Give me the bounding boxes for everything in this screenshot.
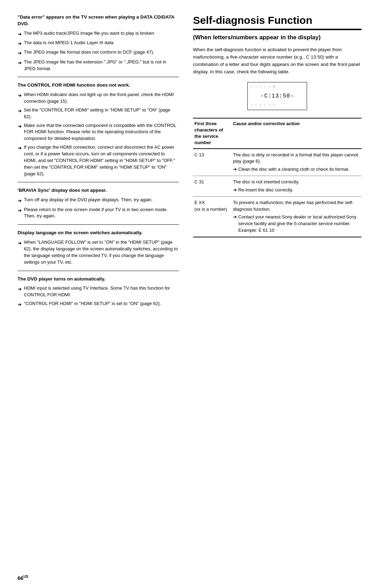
section-hdmi: The CONTROL FOR HDMI function does not w… bbox=[18, 82, 179, 177]
left-column: "Data error" appears on the TV screen wh… bbox=[18, 14, 179, 557]
table-header-row: First three characters of the service nu… bbox=[193, 118, 361, 149]
list-item: ➜ "CONTROL FOR HDMI" in "HDMI SETUP" is … bbox=[18, 300, 179, 308]
bullet-text: Make sure that the connected component i… bbox=[24, 122, 179, 142]
table-cell-code: C 13 bbox=[193, 149, 232, 176]
section-hdmi-heading: The CONTROL FOR HDMI function does not w… bbox=[18, 82, 179, 89]
list-item: ➜ HDMI input is selected using TV Interf… bbox=[18, 285, 179, 298]
table-cell-cause: The disc is not inserted correctly.➜Re-i… bbox=[232, 176, 361, 197]
bullet-text: When "LANGUAGE FOLLOW" is set to "ON" in… bbox=[24, 239, 179, 265]
bullet-text: Please return to the one screen mode if … bbox=[24, 207, 179, 220]
content-area: "Data error" appears on the TV screen wh… bbox=[0, 0, 379, 571]
arrow-icon: ➜ bbox=[18, 59, 22, 72]
list-item: ➜ Please return to the one screen mode i… bbox=[18, 207, 179, 220]
table-cell-cause: The disc is dirty or recorded in a forma… bbox=[232, 149, 361, 176]
arrow-icon: ➜ bbox=[18, 92, 22, 105]
page-number-value: 66 bbox=[18, 575, 24, 581]
list-item: ➜ Make sure that the connected component… bbox=[18, 122, 179, 142]
list-item: ➜ The JPEG image file has the extension … bbox=[18, 59, 179, 72]
display-main-text: -C:13:50- bbox=[260, 93, 294, 99]
diagnosis-table: First three characters of the service nu… bbox=[193, 118, 361, 237]
page-footer: 66US bbox=[0, 571, 379, 588]
bullet-text: "CONTROL FOR HDMI" in "HDMI SETUP" is se… bbox=[24, 300, 161, 308]
list-item: ➜ Turn off any display of the DVD player… bbox=[18, 197, 179, 204]
section-language-heading: Display language on the screen switches … bbox=[18, 230, 179, 236]
bullet-text: Turn off any display of the DVD player d… bbox=[24, 197, 153, 204]
display-box-container: - - - - - / -C:13:50- - - - - - - bbox=[193, 82, 361, 110]
action-text: Contact your nearest Sony dealer or loca… bbox=[238, 214, 360, 234]
intro-text: When the self-diagnosis function is acti… bbox=[193, 46, 361, 76]
section-dvd-on: The DVD player turns on automatically. ➜… bbox=[18, 276, 179, 308]
list-item: ➜ When HDMI indicator does not light up … bbox=[18, 92, 179, 105]
table-row: E XX(xx is a number)To prevent a malfunc… bbox=[193, 196, 361, 237]
arrow-icon: ➜ bbox=[18, 301, 22, 308]
arrow-icon: ➜ bbox=[233, 214, 237, 234]
arrow-icon: ➜ bbox=[18, 207, 22, 220]
arrow-icon: ➜ bbox=[18, 49, 22, 56]
action-text: Re-insert the disc correctly. bbox=[238, 187, 293, 194]
table-header-cause: Cause and/or corrective action bbox=[232, 118, 361, 149]
table-cell-code: C 31 bbox=[193, 176, 232, 197]
bullet-text: The data is not MPEG-1 Audio Layer III d… bbox=[24, 40, 115, 47]
bullet-text: The JPEG image file has the extension ".… bbox=[24, 59, 179, 72]
arrow-icon: ➜ bbox=[18, 123, 22, 142]
arrow-icon: ➜ bbox=[18, 144, 22, 177]
list-item: ➜ Set the "CONTROL FOR HDMI" setting in … bbox=[18, 107, 179, 120]
page-number: 66US bbox=[18, 575, 28, 581]
bullet-text: The JPEG image file format does not conf… bbox=[24, 49, 154, 56]
section-data-error-heading: "Data error" appears on the TV screen wh… bbox=[18, 14, 179, 27]
right-column: Self-diagnosis Function (When letters/nu… bbox=[193, 14, 361, 557]
cause-text: The disc is dirty or recorded in a forma… bbox=[233, 152, 358, 164]
section-data-error: "Data error" appears on the TV screen wh… bbox=[18, 14, 179, 72]
bullet-text: HDMI input is selected using TV Interfac… bbox=[24, 285, 179, 298]
section-language: Display language on the screen switches … bbox=[18, 230, 179, 265]
bullet-text: When HDMI indicator does not light up on… bbox=[24, 92, 179, 105]
arrow-icon: ➜ bbox=[233, 166, 237, 173]
arrow-icon: ➜ bbox=[18, 107, 22, 120]
table-header-code: First three characters of the service nu… bbox=[193, 118, 232, 149]
bullet-text: If you change the HDMI connection, conne… bbox=[24, 144, 179, 177]
section-divider bbox=[18, 77, 179, 77]
page-title: Self-diagnosis Function bbox=[193, 14, 361, 30]
bullet-text: The MP3 audio track/JPEG image file you … bbox=[24, 30, 155, 38]
display-dashes-top: - - - - - / bbox=[251, 85, 275, 89]
list-item: ➜ The MP3 audio track/JPEG image file yo… bbox=[18, 30, 179, 38]
list-item: ➜ If you change the HDMI connection, con… bbox=[18, 144, 179, 177]
arrow-icon: ➜ bbox=[18, 31, 22, 38]
arrow-icon: ➜ bbox=[233, 187, 237, 194]
bullet-text: Set the "CONTROL FOR HDMI" setting in "H… bbox=[24, 107, 179, 120]
list-item: ➜ The data is not MPEG-1 Audio Layer III… bbox=[18, 40, 179, 47]
page-container: "Data error" appears on the TV screen wh… bbox=[0, 0, 379, 588]
arrow-icon: ➜ bbox=[18, 40, 22, 47]
section-bravia-heading: 'BRAVIA Sync' display does not appear. bbox=[18, 187, 179, 194]
cause-text: The disc is not inserted correctly. bbox=[233, 179, 299, 184]
table-cell-code: E XX(xx is a number) bbox=[193, 196, 232, 237]
action-text: Clean the disc with a cleaning cloth or … bbox=[238, 166, 349, 173]
section-dvd-on-heading: The DVD player turns on automatically. bbox=[18, 276, 179, 283]
section-bravia: 'BRAVIA Sync' display does not appear. ➜… bbox=[18, 187, 179, 219]
table-bullet: ➜Contact your nearest Sony dealer or loc… bbox=[233, 214, 360, 234]
table-cell-cause: To prevent a malfunction, the player has… bbox=[232, 196, 361, 237]
arrow-icon: ➜ bbox=[18, 285, 22, 298]
display-dashes-bottom: - - - - - - bbox=[251, 103, 275, 107]
arrow-icon: ➜ bbox=[18, 239, 22, 265]
section-divider bbox=[18, 224, 179, 225]
page-number-super: US bbox=[24, 575, 28, 579]
section-divider bbox=[18, 182, 179, 182]
section-divider bbox=[18, 271, 179, 271]
cause-text: To prevent a malfunction, the player has… bbox=[233, 200, 353, 212]
table-row: C 31The disc is not inserted correctly.➜… bbox=[193, 176, 361, 197]
arrow-icon: ➜ bbox=[18, 197, 22, 204]
table-bullet: ➜Re-insert the disc correctly. bbox=[233, 187, 360, 194]
display-box: - - - - - / -C:13:50- - - - - - - bbox=[247, 82, 307, 110]
table-bullet: ➜Clean the disc with a cleaning cloth or… bbox=[233, 166, 360, 173]
list-item: ➜ When "LANGUAGE FOLLOW" is set to "ON" … bbox=[18, 239, 179, 265]
table-row: C 13The disc is dirty or recorded in a f… bbox=[193, 149, 361, 176]
section-subtitle: (When letters/numbers appear in the disp… bbox=[193, 34, 361, 41]
list-item: ➜ The JPEG image file format does not co… bbox=[18, 49, 179, 56]
